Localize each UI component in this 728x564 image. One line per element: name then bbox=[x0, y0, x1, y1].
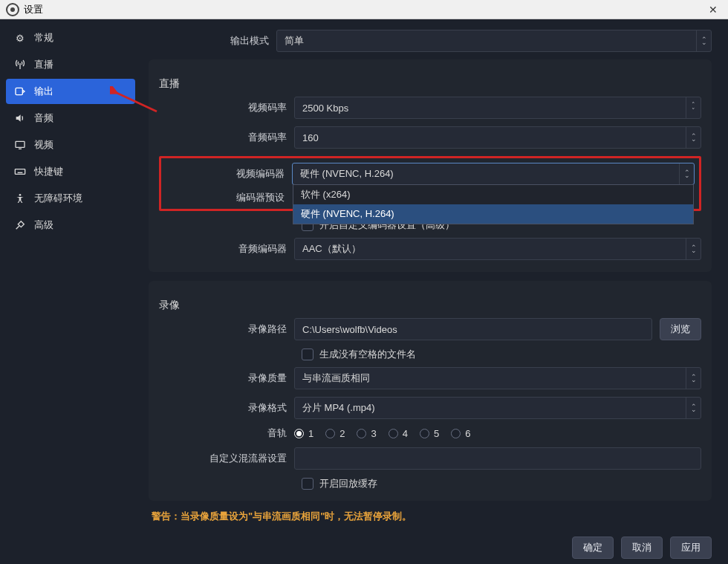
radio-label: 5 bbox=[434, 428, 439, 439]
input-muxer[interactable] bbox=[294, 447, 701, 470]
output-icon bbox=[13, 85, 27, 97]
accessibility-icon bbox=[13, 192, 27, 204]
combo-audio-encoder[interactable]: AAC（默认） bbox=[294, 238, 701, 260]
sidebar-item-label: 高级 bbox=[34, 218, 53, 232]
sidebar-item-audio[interactable]: 音频 bbox=[6, 106, 135, 131]
section-title-recording: 录像 bbox=[159, 290, 701, 318]
combo-output-mode[interactable]: 简单 bbox=[276, 30, 712, 52]
combo-value: 硬件 (NVENC, H.264) bbox=[300, 167, 394, 181]
input-record-path[interactable]: C:\Users\wolfb\Videos bbox=[294, 318, 652, 340]
label-audio-bitrate: 音频码率 bbox=[159, 131, 294, 144]
radio-label: 2 bbox=[339, 428, 345, 439]
sidebar-item-label: 视频 bbox=[34, 138, 53, 152]
ok-button[interactable]: 确定 bbox=[572, 537, 614, 559]
sidebar-item-label: 音频 bbox=[34, 111, 53, 125]
svg-rect-2 bbox=[16, 141, 25, 147]
sidebar-item-label: 无障碍环境 bbox=[34, 192, 82, 205]
label-tracks: 音轨 bbox=[159, 427, 294, 440]
radio-label: 4 bbox=[403, 428, 408, 439]
sidebar-item-label: 输出 bbox=[34, 85, 53, 98]
combo-value: 分片 MP4 (.mp4) bbox=[302, 401, 375, 415]
section-title-streaming: 直播 bbox=[159, 68, 701, 97]
updown-icon bbox=[696, 30, 711, 51]
section-recording: 录像 录像路径 C:\Users\wolfb\Videos 浏览 生成没有空格的… bbox=[149, 281, 712, 501]
sidebar-item-label: 快捷键 bbox=[34, 165, 63, 178]
combo-record-format[interactable]: 分片 MP4 (.mp4) bbox=[294, 397, 701, 419]
updown-icon bbox=[686, 127, 701, 148]
input-value: C:\Users\wolfb\Videos bbox=[302, 324, 397, 335]
spinner-value: 2500 Kbps bbox=[302, 103, 348, 114]
keyboard-icon bbox=[13, 166, 27, 178]
updown-icon bbox=[686, 398, 701, 418]
sidebar-item-video[interactable]: 视频 bbox=[6, 132, 135, 158]
svg-point-4 bbox=[19, 194, 22, 196]
radio-track-2[interactable] bbox=[325, 429, 335, 438]
svg-rect-3 bbox=[15, 169, 25, 175]
sidebar: ⚙ 常规 直播 输出 音频 视 bbox=[0, 19, 141, 564]
updown-icon bbox=[686, 239, 701, 259]
checkbox-replay-buffer[interactable] bbox=[302, 478, 313, 490]
dropdown-video-encoder: 软件 (x264) 硬件 (NVENC, H.264) bbox=[293, 184, 694, 224]
radio-track-6[interactable] bbox=[451, 429, 461, 438]
combo-record-quality[interactable]: 与串流画质相同 bbox=[294, 367, 701, 389]
sidebar-item-general[interactable]: ⚙ 常规 bbox=[6, 25, 135, 51]
sidebar-item-label: 常规 bbox=[34, 31, 53, 45]
checkbox-label: 开启回放缓存 bbox=[319, 477, 377, 490]
label-muxer: 自定义混流器设置 bbox=[159, 452, 294, 465]
radio-label: 3 bbox=[371, 428, 376, 439]
monitor-icon bbox=[13, 139, 27, 151]
svg-rect-0 bbox=[16, 88, 22, 94]
sidebar-item-advanced[interactable]: 高级 bbox=[6, 213, 135, 238]
dropdown-item-x264[interactable]: 软件 (x264) bbox=[293, 185, 693, 204]
spinner-video-bitrate[interactable]: 2500 Kbps ˄˅ bbox=[294, 97, 701, 119]
label-output-mode: 输出模式 bbox=[141, 34, 276, 48]
label-record-quality: 录像质量 bbox=[159, 372, 294, 385]
radio-label: 1 bbox=[308, 428, 313, 439]
label-video-encoder: 视频编码器 bbox=[166, 167, 292, 181]
radio-track-1[interactable] bbox=[294, 429, 304, 438]
sidebar-item-hotkeys[interactable]: 快捷键 bbox=[6, 159, 135, 184]
checkbox-label: 生成没有空格的文件名 bbox=[319, 348, 416, 361]
window-title: 设置 bbox=[24, 3, 43, 16]
combo-video-encoder[interactable]: 硬件 (NVENC, H.264) 软件 (x264) 硬件 (NVENC, H… bbox=[292, 163, 695, 185]
sidebar-item-label: 直播 bbox=[34, 58, 53, 71]
warning-text: 警告：当录像质量设为"与串流画质相同"时，无法暂停录制。 bbox=[152, 510, 712, 523]
radio-track-3[interactable] bbox=[357, 429, 366, 438]
tools-icon bbox=[13, 219, 27, 231]
section-streaming: 直播 视频码率 2500 Kbps ˄˅ 音频码率 160 bbox=[149, 59, 712, 272]
tracks-radio-group: 1 2 3 4 5 6 bbox=[294, 428, 470, 439]
radio-label: 6 bbox=[465, 428, 470, 439]
updown-icon bbox=[686, 368, 701, 389]
combo-value: AAC（默认） bbox=[302, 242, 361, 256]
sidebar-item-output[interactable]: 输出 bbox=[6, 79, 135, 104]
label-encoder-preset: 编码器预设 bbox=[166, 191, 292, 204]
content: 输出模式 简单 直播 视频码率 2500 Kbps ˄˅ bbox=[141, 19, 728, 564]
combo-value: 简单 bbox=[285, 34, 304, 48]
titlebar: 设置 ✕ bbox=[0, 0, 728, 19]
browse-button[interactable]: 浏览 bbox=[660, 318, 701, 340]
sidebar-item-accessibility[interactable]: 无障碍环境 bbox=[6, 186, 135, 211]
dropdown-item-nvenc[interactable]: 硬件 (NVENC, H.264) bbox=[293, 204, 693, 224]
gear-icon: ⚙ bbox=[13, 33, 27, 44]
combo-value: 160 bbox=[302, 132, 319, 143]
checkbox-no-space[interactable] bbox=[302, 349, 313, 360]
annotation-highlight: 视频编码器 硬件 (NVENC, H.264) 软件 (x264) 硬件 (NV… bbox=[159, 156, 701, 211]
apply-button[interactable]: 应用 bbox=[670, 537, 712, 559]
antenna-icon bbox=[13, 59, 27, 71]
dialog-buttons: 确定 取消 应用 bbox=[141, 529, 712, 559]
radio-track-5[interactable] bbox=[420, 429, 429, 438]
arrow-down-icon[interactable]: ˅ bbox=[692, 108, 695, 114]
speaker-icon bbox=[13, 112, 27, 124]
label-audio-encoder: 音频编码器 bbox=[159, 242, 294, 256]
close-icon[interactable]: ✕ bbox=[704, 4, 722, 16]
label-record-format: 录像格式 bbox=[159, 401, 294, 415]
radio-track-4[interactable] bbox=[389, 429, 398, 438]
sidebar-item-stream[interactable]: 直播 bbox=[6, 52, 135, 77]
label-record-path: 录像路径 bbox=[159, 322, 294, 336]
obs-icon bbox=[6, 3, 19, 16]
label-video-bitrate: 视频码率 bbox=[159, 101, 294, 114]
updown-icon bbox=[679, 163, 694, 184]
cancel-button[interactable]: 取消 bbox=[621, 537, 663, 559]
combo-audio-bitrate[interactable]: 160 bbox=[294, 126, 701, 149]
combo-value: 与串流画质相同 bbox=[302, 372, 370, 385]
